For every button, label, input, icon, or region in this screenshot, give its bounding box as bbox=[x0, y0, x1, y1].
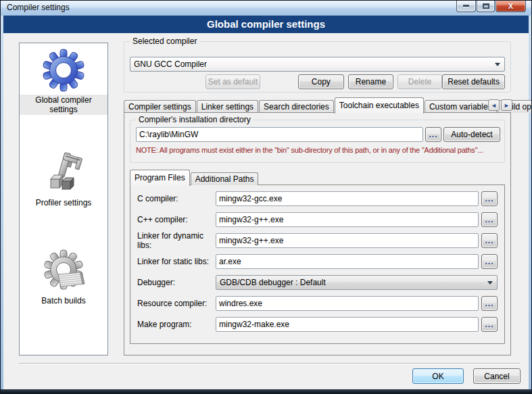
tab-linker-settings[interactable]: Linker settings bbox=[197, 100, 258, 113]
field-row-make-program: Make program: ... bbox=[137, 317, 498, 332]
compiler-select-value: GNU GCC Compiler bbox=[134, 59, 207, 69]
installation-directory-row: ... Auto-detect bbox=[136, 127, 500, 142]
program-files-panel: C compiler: ... C++ compiler: ... Linker… bbox=[130, 184, 505, 344]
page-title: Global compiler settings bbox=[3, 16, 529, 33]
arrow-left-icon: ◄ bbox=[491, 102, 497, 109]
rename-button[interactable]: Rename bbox=[348, 74, 394, 89]
field-label: Debugger: bbox=[137, 278, 213, 287]
linker-static-input[interactable] bbox=[216, 254, 479, 269]
c-compiler-input[interactable] bbox=[216, 191, 479, 206]
field-label: Make program: bbox=[137, 320, 213, 329]
cpp-compiler-input[interactable] bbox=[216, 212, 479, 227]
installation-directory-group: Compiler's installation directory ... Au… bbox=[130, 120, 505, 163]
field-label: C compiler: bbox=[137, 194, 213, 203]
tab-toolchain-executables[interactable]: Toolchain executables bbox=[335, 97, 424, 114]
field-row-cpp-compiler: C++ compiler: ... bbox=[137, 212, 498, 227]
field-row-linker-static: Linker for static libs: ... bbox=[137, 254, 498, 269]
titlebar[interactable]: Compiler settings X bbox=[1, 1, 531, 16]
field-label: Linker for static libs: bbox=[137, 257, 213, 266]
tab-search-directories[interactable]: Search directories bbox=[259, 100, 334, 113]
close-icon: X bbox=[508, 2, 513, 10]
tab-scroll-left-button[interactable]: ◄ bbox=[488, 99, 500, 111]
caliper-icon bbox=[42, 151, 85, 195]
caption-buttons: X bbox=[456, 0, 526, 12]
field-row-resource-compiler: Resource compiler: ... bbox=[137, 296, 498, 311]
close-button[interactable]: X bbox=[495, 0, 526, 12]
nav-item-profiler-settings[interactable]: Profiler settings bbox=[20, 151, 107, 208]
minimize-button[interactable] bbox=[456, 0, 476, 12]
field-row-linker-dynamic: Linker for dynamic libs: ... bbox=[137, 233, 498, 248]
nav-item-global-compiler-settings[interactable]: Global compiler settings bbox=[20, 49, 107, 115]
compiler-select[interactable]: GNU GCC Compiler bbox=[130, 57, 505, 72]
field-label: Linker for dynamic libs: bbox=[137, 231, 213, 250]
footer-divider bbox=[19, 363, 521, 364]
tab-custom-variables[interactable]: Custom variables bbox=[425, 100, 497, 113]
installation-directory-group-label: Compiler's installation directory bbox=[136, 115, 253, 124]
toolchain-executables-panel: Compiler's installation directory ... Au… bbox=[124, 112, 511, 355]
compiler-button-row: Set as default Copy Rename Delete Reset … bbox=[130, 74, 505, 89]
program-files-tab-strip: Program Files Additional Paths bbox=[130, 171, 259, 185]
chevron-down-icon bbox=[487, 281, 493, 285]
selected-compiler-group-label: Selected compiler bbox=[130, 36, 199, 46]
tab-compiler-settings[interactable]: Compiler settings bbox=[124, 100, 196, 113]
selected-compiler-group: Selected compiler GNU GCC Compiler Set a… bbox=[124, 41, 511, 93]
tab-scroll-right-button[interactable]: ► bbox=[501, 99, 512, 111]
window-title: Compiler settings bbox=[7, 3, 70, 12]
copy-button[interactable]: Copy bbox=[298, 74, 344, 89]
tab-program-files[interactable]: Program Files bbox=[130, 170, 190, 186]
set-as-default-button[interactable]: Set as default bbox=[205, 74, 260, 89]
field-row-debugger: Debugger: GDB/CDB debugger : Default bbox=[137, 275, 498, 290]
tab-scroll-buttons: ◄ ► bbox=[488, 99, 512, 111]
nav-item-label: Batch builds bbox=[39, 295, 87, 306]
maximize-icon bbox=[483, 3, 489, 9]
maximize-button[interactable] bbox=[477, 0, 495, 12]
cancel-button[interactable]: Cancel bbox=[473, 368, 521, 384]
browse-button[interactable]: ... bbox=[481, 317, 498, 332]
gray-gear-stack-icon bbox=[42, 249, 85, 293]
debugger-select-value: GDB/CDB debugger : Default bbox=[220, 278, 326, 287]
make-program-input[interactable] bbox=[216, 317, 479, 332]
installation-directory-input[interactable] bbox=[136, 127, 423, 142]
linker-dynamic-input[interactable] bbox=[216, 233, 479, 248]
browse-button[interactable]: ... bbox=[481, 191, 498, 206]
browse-button[interactable]: ... bbox=[481, 296, 498, 311]
footer-buttons: OK Cancel bbox=[412, 368, 521, 384]
reset-defaults-button[interactable]: Reset defaults bbox=[442, 74, 505, 89]
nav-item-label: Global compiler settings bbox=[20, 95, 107, 115]
ok-button[interactable]: OK bbox=[412, 368, 464, 384]
note-text: NOTE: All programs must exist either in … bbox=[136, 146, 503, 154]
settings-nav-panel: Global compiler settings bbox=[19, 43, 108, 355]
field-label: Resource compiler: bbox=[137, 299, 213, 308]
settings-tab-strip: Compiler settings Linker settings Search… bbox=[124, 97, 512, 113]
browse-button[interactable]: ... bbox=[481, 212, 498, 227]
tab-additional-paths[interactable]: Additional Paths bbox=[191, 172, 259, 185]
blue-gear-icon bbox=[42, 49, 85, 92]
auto-detect-button[interactable]: Auto-detect bbox=[443, 127, 500, 142]
browse-directory-button[interactable]: ... bbox=[425, 127, 441, 142]
browse-button[interactable]: ... bbox=[481, 233, 498, 248]
chevron-down-icon bbox=[495, 63, 500, 66]
nav-item-label: Profiler settings bbox=[34, 197, 94, 208]
field-label: C++ compiler: bbox=[137, 215, 213, 224]
field-row-c-compiler: C compiler: ... bbox=[137, 191, 498, 206]
debugger-select[interactable]: GDB/CDB debugger : Default bbox=[216, 275, 498, 290]
arrow-right-icon: ► bbox=[504, 102, 510, 109]
dialog-body: Global compiler settings bbox=[3, 16, 529, 389]
compiler-settings-window: Compiler settings X Global compiler sett… bbox=[0, 0, 532, 394]
minimize-icon bbox=[463, 5, 469, 7]
resource-compiler-input[interactable] bbox=[216, 296, 479, 311]
browse-button[interactable]: ... bbox=[481, 254, 498, 269]
delete-button[interactable]: Delete bbox=[397, 74, 442, 89]
nav-item-batch-builds[interactable]: Batch builds bbox=[20, 249, 107, 306]
